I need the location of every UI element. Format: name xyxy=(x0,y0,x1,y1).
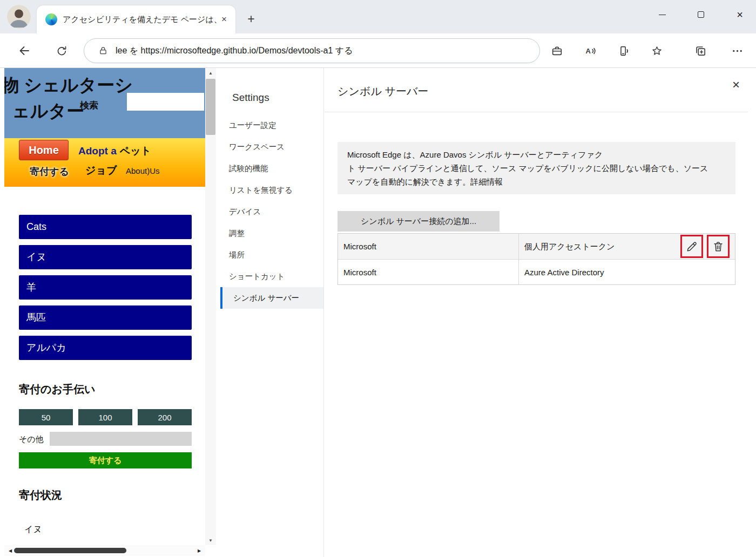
browser-tab[interactable]: アクセシビリティを備えたデモ ページは、 × xyxy=(37,5,235,33)
read-aloud-button[interactable]: A xyxy=(581,42,599,60)
browser-window: アクセシビリティを備えたデモ ページは、 × + × lee を https:/… xyxy=(0,0,756,557)
nav-jobs-link[interactable]: ジョブ xyxy=(85,164,117,178)
provider-cell: Microsoft xyxy=(338,234,519,259)
amount-button-100[interactable]: 100 xyxy=(78,409,132,425)
settings-item-shortcuts[interactable]: ショートカット xyxy=(220,266,323,287)
settings-title: Settings xyxy=(232,92,269,104)
donate-button[interactable]: 寄付する xyxy=(19,452,192,468)
edit-button[interactable] xyxy=(684,239,700,255)
nav-donate-link[interactable]: 寄付する xyxy=(30,165,69,178)
description-line2: ト サーバー パイプラインと通信して、ソース マップをパブリックに公開しない場合… xyxy=(347,161,726,175)
other-amount-input[interactable] xyxy=(50,432,192,446)
site-title-line2: ェルター xyxy=(12,99,84,124)
new-tab-button[interactable]: + xyxy=(243,11,259,27)
refresh-button[interactable] xyxy=(52,42,71,60)
close-window-button[interactable]: × xyxy=(728,3,752,26)
minimize-icon xyxy=(659,15,666,15)
nav-adopt-suffix: ペット xyxy=(120,145,151,157)
learn-more-link[interactable]: 詳細情報 xyxy=(470,177,503,186)
amount-button-50[interactable]: 50 xyxy=(19,409,73,425)
pencil-icon xyxy=(685,240,698,253)
scroll-down-arrow-icon[interactable]: ▼ xyxy=(205,535,216,545)
refresh-icon xyxy=(56,45,68,57)
avatar-photo xyxy=(7,5,31,29)
svg-text:A: A xyxy=(585,46,590,55)
favorites-button[interactable] xyxy=(647,42,666,60)
settings-item-preferences[interactable]: ユーザー設定 xyxy=(220,114,323,136)
provider-cell: Microsoft xyxy=(338,260,519,284)
table-row: Microsoft 個人用アクセストークン xyxy=(338,234,735,259)
horizontal-scrollbar[interactable]: ◀ ▶ xyxy=(4,545,205,556)
edge-logo-icon xyxy=(45,13,57,25)
vertical-scrollbar-thumb[interactable] xyxy=(206,79,215,135)
send-to-devices-button[interactable] xyxy=(615,42,633,60)
settings-menu-button[interactable] xyxy=(728,42,746,60)
table-row: Microsoft Azure Active Directory xyxy=(338,259,735,284)
settings-item-ignore-list[interactable]: リストを無視する xyxy=(220,179,323,201)
annotation-highlight-delete xyxy=(707,235,730,258)
profile-avatar[interactable] xyxy=(7,5,31,29)
panel-divider xyxy=(325,112,748,112)
category-button-cats[interactable]: Cats xyxy=(19,215,192,239)
delete-button[interactable] xyxy=(710,239,726,255)
nav-about-link[interactable]: About)Us xyxy=(126,166,160,175)
scroll-right-arrow-icon[interactable]: ▶ xyxy=(194,545,204,556)
category-button-alpacas[interactable]: アルパカ xyxy=(19,336,192,360)
ellipsis-icon xyxy=(731,45,744,57)
donation-heading: 寄付のお手伝い xyxy=(19,382,95,397)
demo-page-header: 物 シェルターシ ェルター 検索 xyxy=(4,68,205,138)
close-window-icon: × xyxy=(737,9,743,20)
site-permissions-lock-icon[interactable] xyxy=(98,46,108,56)
search-input[interactable] xyxy=(127,93,204,111)
donation-status-heading: 寄付状況 xyxy=(19,488,62,502)
browser-toolbar: lee を https://microsoftedge.github.io/De… xyxy=(0,33,756,68)
settings-item-symbol-server[interactable]: シンボル サーバー xyxy=(220,287,323,309)
category-button-sheep[interactable]: 羊 xyxy=(19,275,192,300)
description-line3-text: マップを自動的に解決できます。 xyxy=(347,177,470,186)
page-content: 物 シェルターシ ェルター 検索 Home Adopt aペット 寄付する ジョ… xyxy=(0,68,756,557)
settings-item-workspace[interactable]: ワークスペース xyxy=(220,136,323,158)
settings-menu-list: ユーザー設定 ワークスペース 試験的機能 リストを無視する デバイス 調整 場所… xyxy=(220,114,323,309)
briefcase-icon xyxy=(551,45,563,57)
add-symbol-server-button[interactable]: シンボル サーバー接続の追加... xyxy=(338,211,500,232)
settings-item-devices[interactable]: デバイス xyxy=(220,201,323,222)
settings-item-experiments[interactable]: 試験的機能 xyxy=(220,158,323,179)
category-button-dogs[interactable]: イヌ xyxy=(19,245,192,269)
horizontal-scrollbar-thumb[interactable] xyxy=(14,548,126,553)
vertical-scrollbar[interactable]: ▲ ▼ xyxy=(205,68,216,545)
url-text[interactable]: lee を https://microsoftedge.github.io/De… xyxy=(116,45,353,57)
description-line1: Microsoft Edge は、Azure Davos シンボル サーバーとア… xyxy=(347,148,726,161)
amount-button-200[interactable]: 200 xyxy=(138,409,192,425)
maximize-button[interactable] xyxy=(689,3,713,26)
nav-adopt-link[interactable]: Adopt aペット xyxy=(78,144,151,158)
favorites-star-icon xyxy=(651,45,663,57)
trash-icon xyxy=(712,240,725,253)
site-title-line1: 物 シェルターシ xyxy=(4,73,133,98)
demo-page: 物 シェルターシ ェルター 検索 Home Adopt aペット 寄付する ジョ… xyxy=(4,68,205,545)
demo-nav-bar: Home Adopt aペット 寄付する ジョブ About)Us xyxy=(4,138,205,187)
nav-home-button[interactable]: Home xyxy=(19,140,69,160)
panel-close-icon[interactable]: × xyxy=(726,75,746,94)
settings-item-throttling[interactable]: 調整 xyxy=(220,222,323,244)
workspaces-button[interactable] xyxy=(548,42,566,60)
back-button[interactable] xyxy=(15,42,33,60)
scroll-up-arrow-icon[interactable]: ▲ xyxy=(205,68,216,78)
tab-title: アクセシビリティを備えたデモ ページは、 xyxy=(63,15,217,25)
category-button-horses[interactable]: 馬匹 xyxy=(19,305,192,330)
window-controls: × xyxy=(650,3,752,26)
settings-item-locations[interactable]: 場所 xyxy=(220,244,323,266)
search-label: 検索 xyxy=(80,99,98,112)
symbol-server-panel: × シンボル サーバー Microsoft Edge は、Azure Davos… xyxy=(325,68,756,557)
symbol-server-description: Microsoft Edge は、Azure Davos シンボル サーバーとア… xyxy=(338,142,735,194)
address-bar[interactable]: lee を https://microsoftedge.github.io/De… xyxy=(84,38,540,63)
minimize-button[interactable] xyxy=(650,3,674,26)
other-amount-label: その他 xyxy=(19,434,44,445)
devtools-settings-sidebar: Settings ユーザー設定 ワークスペース 試験的機能 リストを無視する デ… xyxy=(220,68,324,557)
collections-button[interactable] xyxy=(691,42,710,60)
back-arrow-icon xyxy=(18,44,31,57)
auth-cell: Azure Active Directory xyxy=(519,260,735,284)
annotation-highlight-edit xyxy=(680,235,703,258)
nav-adopt-prefix: Adopt a xyxy=(78,145,117,157)
read-aloud-icon: A xyxy=(584,45,597,57)
tab-close-icon[interactable]: × xyxy=(217,12,231,26)
